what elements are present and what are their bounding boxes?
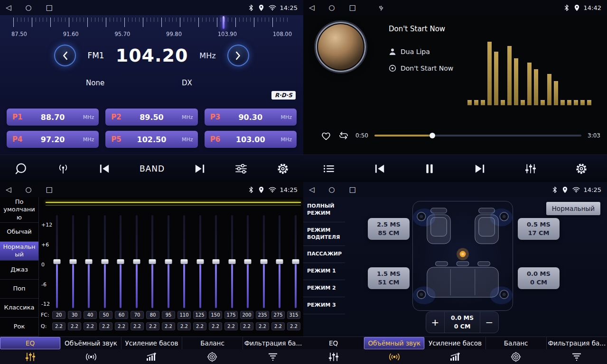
- surround-icon[interactable]: [61, 349, 121, 364]
- band-slider-thumb[interactable]: [165, 259, 172, 264]
- preset-p3[interactable]: P3 90.30 MHz: [205, 109, 297, 126]
- eq-icon[interactable]: [303, 349, 364, 364]
- back-button[interactable]: ◁: [6, 186, 11, 193]
- tab-bass-boost[interactable]: Усиление басов: [121, 337, 182, 349]
- eq-icon[interactable]: [0, 349, 61, 364]
- band-slider[interactable]: [164, 215, 173, 308]
- favorite-button[interactable]: [320, 130, 332, 141]
- band-slider-thumb[interactable]: [276, 259, 283, 264]
- preset-p2[interactable]: P2 89.50 MHz: [105, 109, 197, 126]
- tab-eq[interactable]: EQ: [303, 337, 364, 349]
- mixer-button[interactable]: [524, 163, 537, 174]
- band-slider[interactable]: [84, 215, 93, 308]
- band-slider-thumb[interactable]: [69, 259, 76, 264]
- band-slider[interactable]: [291, 215, 300, 308]
- broadcast-button[interactable]: [56, 163, 70, 174]
- delay-rear-left[interactable]: 1.5 MS 51 CM: [368, 267, 410, 289]
- tab-filter[interactable]: Фильтрация ба...: [547, 337, 607, 349]
- band-slider[interactable]: [196, 215, 205, 308]
- tab-eq[interactable]: EQ: [0, 337, 61, 349]
- band-slider-thumb[interactable]: [244, 259, 252, 264]
- recents-button[interactable]: □: [349, 4, 356, 11]
- band-slider-thumb[interactable]: [181, 259, 188, 264]
- filter-icon[interactable]: [546, 349, 607, 364]
- preset-p6[interactable]: P6 103.00 MHz: [205, 131, 297, 148]
- eq-preset-jazz[interactable]: Джаз: [0, 261, 38, 280]
- band-slider[interactable]: [132, 215, 141, 308]
- home-button[interactable]: ○: [26, 186, 32, 193]
- eq-preset-classic[interactable]: Классика: [0, 299, 38, 318]
- mode-item[interactable]: РЕЖИМ 2: [303, 280, 345, 297]
- delay-increase-button[interactable]: +: [426, 312, 444, 333]
- back-button[interactable]: ◁: [6, 4, 11, 11]
- delay-front-right[interactable]: 0.5 MS 17 CM: [518, 218, 560, 240]
- delay-rear-right[interactable]: 0.0 MS 0 CM: [518, 267, 560, 289]
- seek-up-button[interactable]: [227, 45, 249, 66]
- mode-item[interactable]: РЕЖИМ 3: [303, 297, 345, 314]
- eq-preset-custom[interactable]: Обычай: [0, 223, 38, 242]
- tab-surround[interactable]: Объёмный звук: [364, 337, 425, 349]
- recents-button[interactable]: □: [46, 186, 53, 193]
- tab-surround[interactable]: Объёмный звук: [61, 337, 121, 349]
- settings-button[interactable]: [575, 163, 588, 175]
- seek-slider-thumb[interactable]: [430, 133, 435, 138]
- back-button[interactable]: ◁: [309, 186, 315, 193]
- soundfield-preset-button[interactable]: Нормальный: [546, 202, 600, 215]
- band-slider[interactable]: [52, 215, 62, 308]
- mode-item[interactable]: ПОЛНЫЙ РЕЖИМ: [303, 198, 345, 222]
- band-slider-thumb[interactable]: [149, 259, 156, 264]
- eq-preset-default[interactable]: По умолчанию: [0, 197, 38, 223]
- band-slider[interactable]: [116, 215, 125, 308]
- recents-button[interactable]: □: [46, 4, 53, 11]
- balance-icon[interactable]: [486, 349, 546, 364]
- tab-balance[interactable]: Баланс: [486, 337, 547, 349]
- eq-preset-pop[interactable]: Поп: [0, 280, 38, 299]
- filter-icon[interactable]: [243, 349, 303, 364]
- audio-settings-button[interactable]: [234, 163, 248, 174]
- mode-item[interactable]: РЕЖИМ ВОДИТЕЛЯ: [303, 222, 345, 246]
- back-button[interactable]: ◁: [309, 4, 315, 11]
- band-slider-thumb[interactable]: [101, 259, 108, 264]
- band-button[interactable]: BAND: [140, 164, 165, 173]
- band-slider[interactable]: [100, 215, 110, 308]
- bass-boost-icon[interactable]: [425, 349, 486, 364]
- band-slider[interactable]: [68, 215, 78, 308]
- scan-button[interactable]: [14, 162, 28, 175]
- band-slider[interactable]: [148, 215, 157, 308]
- tab-balance[interactable]: Баланс: [182, 337, 243, 349]
- playlist-button[interactable]: [323, 164, 335, 174]
- band-slider-thumb[interactable]: [228, 259, 235, 264]
- repeat-button[interactable]: [338, 131, 349, 140]
- home-button[interactable]: ○: [26, 4, 32, 11]
- band-slider[interactable]: [243, 215, 252, 308]
- tab-filter[interactable]: Фильтрация ба...: [243, 337, 303, 349]
- band-slider-thumb[interactable]: [292, 259, 299, 264]
- prev-station-button[interactable]: [98, 164, 111, 174]
- balance-icon[interactable]: [182, 349, 243, 364]
- eq-preset-normal[interactable]: Нормальный: [0, 242, 38, 261]
- band-slider[interactable]: [211, 215, 221, 308]
- surround-icon[interactable]: [364, 349, 425, 364]
- band-slider[interactable]: [227, 215, 237, 308]
- preset-p5[interactable]: P5 102.50 MHz: [105, 131, 197, 148]
- band-slider[interactable]: [179, 215, 189, 308]
- band-slider-thumb[interactable]: [213, 259, 220, 264]
- band-slider-thumb[interactable]: [133, 259, 140, 264]
- settings-button[interactable]: [277, 163, 289, 175]
- mode-item[interactable]: РЕЖИМ 1: [303, 263, 345, 280]
- pause-button[interactable]: [424, 163, 435, 174]
- preset-p4[interactable]: P4 97.20 MHz: [7, 131, 99, 148]
- home-button[interactable]: ○: [329, 186, 335, 193]
- next-track-button[interactable]: [474, 164, 486, 174]
- prev-track-button[interactable]: [374, 164, 386, 174]
- band-slider-thumb[interactable]: [85, 259, 93, 264]
- band-slider-thumb[interactable]: [54, 259, 61, 264]
- recents-button[interactable]: □: [349, 186, 356, 193]
- delay-front-left[interactable]: 2.5 MS 85 CM: [368, 218, 410, 240]
- next-station-button[interactable]: [194, 164, 206, 174]
- band-slider[interactable]: [275, 215, 284, 308]
- tab-bass-boost[interactable]: Усиление басов: [425, 337, 486, 349]
- band-slider-thumb[interactable]: [196, 259, 204, 264]
- band-slider-thumb[interactable]: [260, 259, 267, 264]
- frequency-scale[interactable]: 87.50 91.60 95.70 99.80 103.90 108.00: [0, 16, 303, 38]
